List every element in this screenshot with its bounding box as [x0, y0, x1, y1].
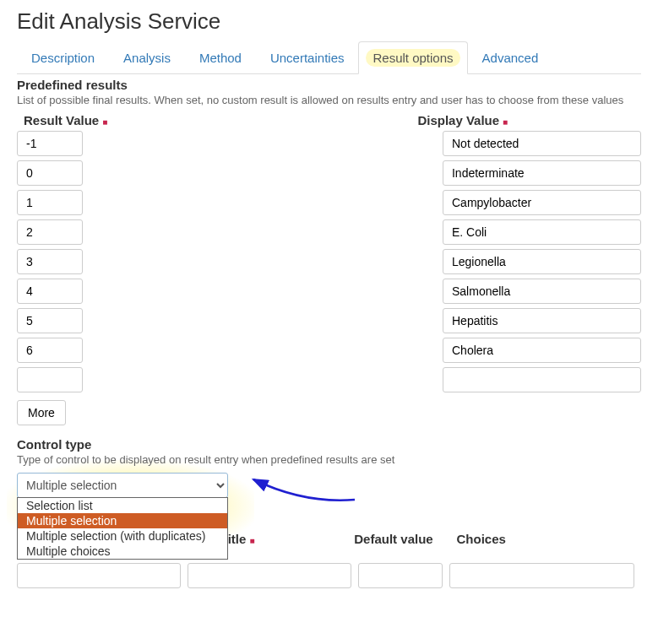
more-button[interactable]: More — [17, 400, 66, 425]
result-value-input[interactable] — [17, 367, 83, 392]
tab-analysis[interactable]: Analysis — [109, 41, 185, 74]
required-dot-icon: ■ — [249, 536, 254, 545]
default-value-input[interactable] — [358, 563, 443, 588]
predefined-results-label: Predefined results — [17, 78, 641, 92]
display-value-input[interactable] — [443, 190, 641, 215]
required-dot-icon: ■ — [102, 117, 107, 127]
tab-uncertainties[interactable]: Uncertainties — [256, 41, 359, 74]
predefined-results-help: List of possible final results. When set… — [17, 94, 641, 106]
choices-header: Choices — [456, 532, 633, 546]
control-type-label: Control type — [17, 437, 641, 452]
result-value-input[interactable] — [17, 249, 83, 274]
annotation-arrow-icon — [245, 466, 363, 508]
option-selection-list[interactable]: Selection list — [18, 498, 227, 513]
result-value-input[interactable] — [17, 308, 83, 333]
display-value-header: Display Value■ — [417, 113, 641, 127]
control-type-select[interactable]: Multiple selection — [17, 473, 228, 498]
field-title-input[interactable] — [188, 563, 351, 588]
tab-advanced[interactable]: Advanced — [468, 41, 553, 74]
tab-description[interactable]: Description — [17, 41, 109, 74]
option-multiple-selection[interactable]: Multiple selection — [18, 513, 227, 528]
tab-result-options[interactable]: Result options — [358, 41, 467, 74]
control-type-dropdown: Selection list Multiple selection Multip… — [17, 497, 228, 560]
result-value-input[interactable] — [17, 190, 83, 215]
option-multiple-selection-duplicates[interactable]: Multiple selection (with duplicates) — [18, 528, 227, 544]
result-value-input[interactable] — [17, 160, 83, 186]
control-type-help: Type of control to be displayed on resul… — [17, 453, 641, 466]
tabs-nav: Description Analysis Method Uncertaintie… — [17, 41, 641, 74]
display-value-input[interactable] — [443, 279, 641, 304]
default-value-header: Default value — [354, 532, 448, 546]
tab-method[interactable]: Method — [185, 41, 256, 74]
display-value-input[interactable] — [443, 219, 641, 245]
choices-input[interactable] — [449, 563, 634, 588]
result-value-input[interactable] — [17, 219, 83, 245]
predefined-results-rows — [17, 131, 641, 397]
display-value-input[interactable] — [443, 131, 641, 156]
required-dot-icon: ■ — [503, 117, 508, 127]
option-multiple-choices[interactable]: Multiple choices — [18, 544, 227, 559]
display-value-input[interactable] — [443, 367, 641, 392]
display-value-input[interactable] — [443, 308, 641, 333]
keyword-input[interactable] — [17, 563, 181, 588]
display-value-input[interactable] — [443, 160, 641, 186]
page-title: Edit Analysis Service — [17, 8, 641, 35]
result-value-input[interactable] — [17, 131, 83, 156]
result-value-header: Result Value■ — [20, 113, 417, 127]
result-value-input[interactable] — [17, 279, 83, 304]
display-value-input[interactable] — [443, 249, 641, 274]
display-value-input[interactable] — [443, 338, 641, 363]
result-value-input[interactable] — [17, 338, 83, 363]
